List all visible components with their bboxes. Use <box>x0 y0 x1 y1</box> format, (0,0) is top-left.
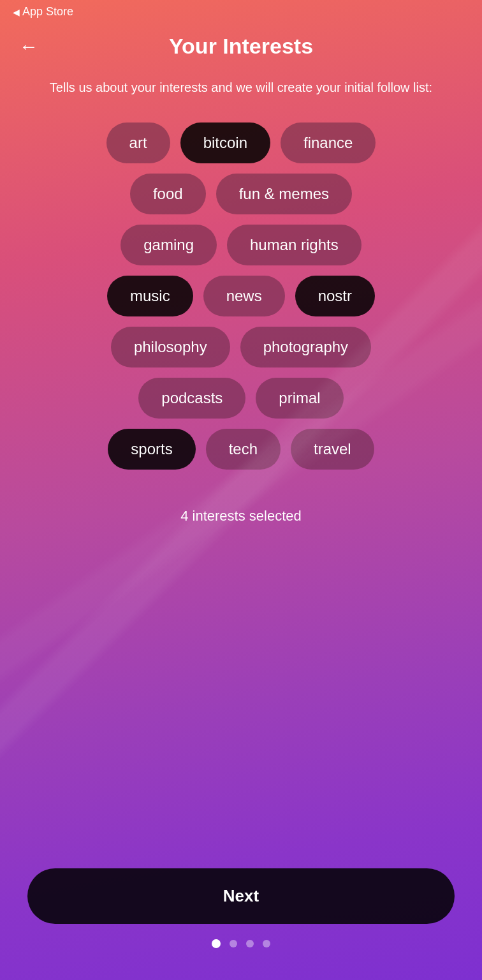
interests-row-5: podcastsprimal <box>26 378 456 419</box>
page-dot-3 <box>263 940 270 947</box>
tag-finance[interactable]: finance <box>281 122 376 163</box>
app-store-label: App Store <box>13 5 73 19</box>
interests-row-1: foodfun & memes <box>26 174 456 214</box>
page-dot-0 <box>212 939 221 948</box>
interests-row-2: gaminghuman rights <box>26 225 456 265</box>
tag-human-rights[interactable]: human rights <box>227 225 362 265</box>
page-dot-2 <box>246 940 254 947</box>
tag-news[interactable]: news <box>203 276 285 316</box>
page-dot-1 <box>230 940 237 947</box>
tag-nostr[interactable]: nostr <box>295 276 375 316</box>
tag-music[interactable]: music <box>107 276 193 316</box>
tag-tech[interactable]: tech <box>206 429 281 470</box>
tag-primal[interactable]: primal <box>256 378 343 419</box>
page-title: Your Interests <box>169 34 313 59</box>
interests-container: artbitcoinfinancefoodfun & memesgaminghu… <box>0 116 482 476</box>
next-button[interactable]: Next <box>27 868 455 924</box>
tag-fun-memes[interactable]: fun & memes <box>216 174 352 214</box>
tag-gaming[interactable]: gaming <box>120 225 217 265</box>
back-button[interactable]: ← <box>19 36 38 57</box>
selected-count: 4 interests selected <box>180 508 302 524</box>
header: ← Your Interests <box>0 21 482 65</box>
status-bar: App Store <box>0 0 482 21</box>
interests-row-0: artbitcoinfinance <box>26 122 456 163</box>
tag-food[interactable]: food <box>130 174 206 214</box>
tag-travel[interactable]: travel <box>291 429 374 470</box>
tag-art[interactable]: art <box>106 122 170 163</box>
tag-photography[interactable]: photography <box>240 327 371 368</box>
tag-sports[interactable]: sports <box>108 429 195 470</box>
interests-row-4: philosophyphotography <box>26 327 456 368</box>
tag-philosophy[interactable]: philosophy <box>111 327 230 368</box>
tag-podcasts[interactable]: podcasts <box>138 378 245 419</box>
page-dots <box>212 939 270 948</box>
bottom-section: Next <box>0 856 482 980</box>
interests-row-3: musicnewsnostr <box>26 276 456 316</box>
subtitle-text: Tells us about your interests and we wil… <box>11 65 471 116</box>
interests-row-6: sportstechtravel <box>26 429 456 470</box>
tag-bitcoin[interactable]: bitcoin <box>180 122 270 163</box>
